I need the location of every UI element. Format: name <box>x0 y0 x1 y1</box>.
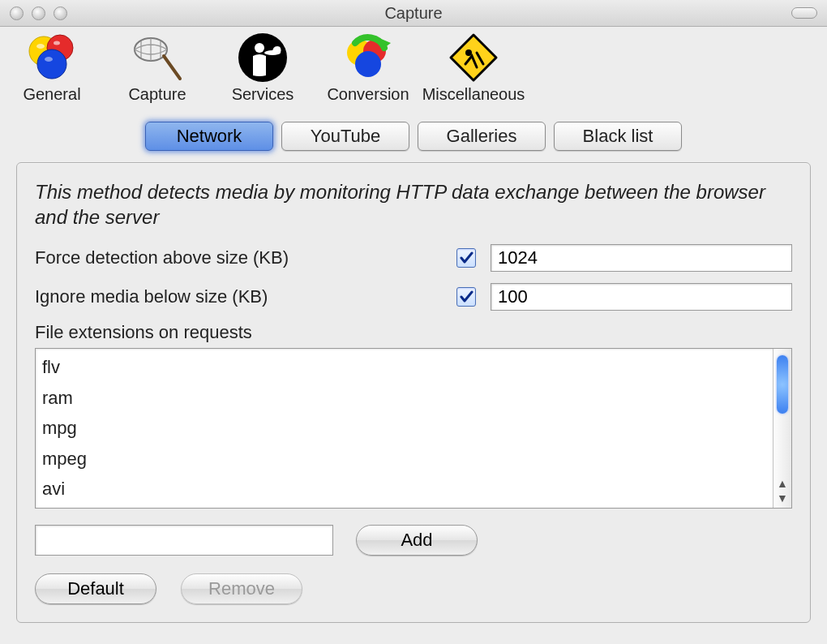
balloons-icon <box>26 32 78 84</box>
force-detection-input[interactable] <box>491 244 792 272</box>
svg-point-2 <box>37 49 66 79</box>
svg-point-13 <box>355 51 381 77</box>
toolbar-item-services[interactable]: Services <box>222 32 303 104</box>
button-label: Default <box>67 578 124 599</box>
list-item[interactable]: ram <box>42 383 766 413</box>
tab-label: Black list <box>583 126 653 146</box>
svg-point-5 <box>45 57 53 62</box>
tab-youtube[interactable]: YouTube <box>281 122 409 151</box>
toolbar-item-label: Services <box>232 85 294 104</box>
extensions-label: File extensions on requests <box>35 322 792 343</box>
tab-label: Galleries <box>447 126 517 146</box>
toolbar-item-label: Capture <box>128 85 186 104</box>
ignore-below-label: Ignore media below size (KB) <box>35 286 456 307</box>
scrollbar-thumb[interactable] <box>777 355 788 414</box>
toolbar-item-label: Conversion <box>327 85 409 104</box>
sign-icon <box>448 32 499 84</box>
tab-bar: Network YouTube Galleries Black list <box>0 122 827 151</box>
row-ignore-below: Ignore media below size (KB) <box>35 283 792 311</box>
bottom-buttons: Default Remove <box>35 573 792 604</box>
tab-galleries[interactable]: Galleries <box>418 122 546 151</box>
list-item[interactable]: mpeg <box>42 444 766 474</box>
ignore-below-input[interactable] <box>491 283 792 311</box>
add-extension-input[interactable] <box>35 525 333 556</box>
net-icon <box>131 32 183 84</box>
extensions-list[interactable]: flv ram mpg mpeg avi <box>36 349 773 508</box>
list-item[interactable]: avi <box>42 474 766 504</box>
toolbar-toggle-pill[interactable] <box>791 7 817 19</box>
scrollbar[interactable]: ▲ ▼ <box>773 349 791 508</box>
add-button[interactable]: Add <box>356 525 478 556</box>
titlebar: Capture <box>0 0 827 27</box>
convert-icon <box>342 32 394 84</box>
toolbar-item-conversion[interactable]: Conversion <box>328 32 409 104</box>
row-force-detection: Force detection above size (KB) <box>35 244 792 272</box>
button-label: Add <box>401 530 432 551</box>
waiter-icon <box>237 32 289 84</box>
list-item[interactable]: flv <box>42 352 766 382</box>
svg-point-3 <box>36 44 45 49</box>
svg-line-7 <box>164 56 180 79</box>
force-detection-label: Force detection above size (KB) <box>35 247 456 268</box>
toolbar-item-miscellaneous[interactable]: Miscellaneous <box>433 32 514 104</box>
add-row: Add <box>35 525 792 556</box>
scroll-up-icon[interactable]: ▲ <box>776 477 789 490</box>
force-detection-checkbox[interactable] <box>456 248 476 268</box>
extensions-list-container: flv ram mpg mpeg avi ▲ ▼ <box>35 348 792 509</box>
panel-description: This method detects media by monitoring … <box>35 179 792 230</box>
ignore-below-checkbox[interactable] <box>456 287 476 307</box>
tab-blacklist[interactable]: Black list <box>554 122 682 151</box>
toolbar-item-label: General <box>23 85 80 104</box>
network-panel: This method detects media by monitoring … <box>16 162 811 623</box>
tab-network[interactable]: Network <box>145 122 273 151</box>
tab-label: YouTube <box>311 126 380 146</box>
button-label: Remove <box>208 578 275 599</box>
toolbar-item-label: Miscellaneous <box>422 85 525 104</box>
remove-button[interactable]: Remove <box>181 573 302 604</box>
preferences-toolbar: General Capture Services <box>0 27 827 109</box>
toolbar-item-capture[interactable]: Capture <box>117 32 198 104</box>
svg-point-16 <box>465 49 472 56</box>
list-item[interactable]: mpg <box>42 413 766 443</box>
default-button[interactable]: Default <box>35 573 156 604</box>
toolbar-item-general[interactable]: General <box>11 32 92 104</box>
svg-point-4 <box>54 41 60 45</box>
tab-label: Network <box>177 126 242 146</box>
scroll-down-icon[interactable]: ▼ <box>776 492 789 504</box>
window-title: Capture <box>0 4 827 23</box>
svg-point-9 <box>255 43 264 53</box>
